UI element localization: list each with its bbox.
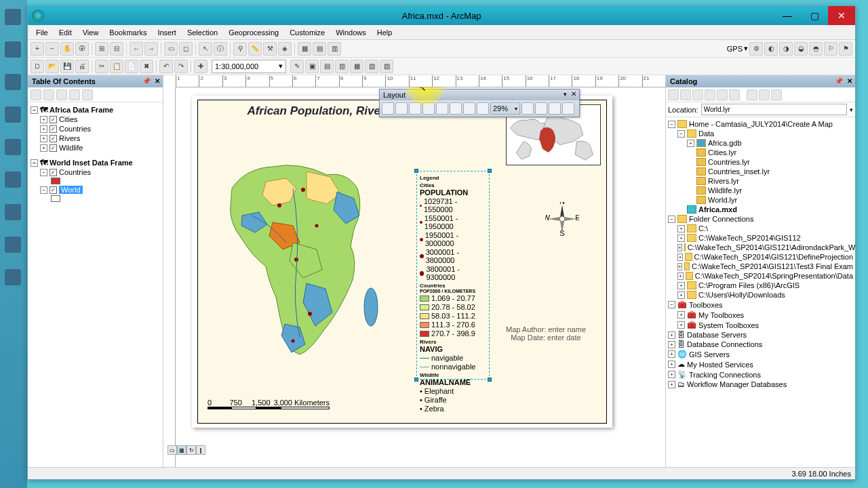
cat-fc[interactable]: +C:\WakeTech_SP2014\GIS121\DefineProject… — [668, 252, 853, 262]
cat-home-icon[interactable] — [705, 89, 715, 100]
gps-tool-icon[interactable]: ⚙ — [749, 42, 763, 56]
layout-100-icon[interactable] — [436, 102, 448, 115]
cat-lyr[interactable]: Countries_inset.lyr — [668, 167, 853, 176]
layout-back-icon[interactable] — [450, 102, 462, 115]
measure-icon[interactable]: 📏 — [248, 42, 262, 56]
data-frame-world-inset[interactable]: −🗺 World Inset Data Frame — [29, 158, 161, 167]
resize-handle-icon[interactable] — [488, 378, 492, 382]
cat-db-servers[interactable]: +🗄Database Servers — [668, 330, 853, 340]
resize-handle-icon[interactable] — [414, 378, 418, 382]
cat-view-icon[interactable] — [729, 89, 740, 100]
fixed-zoom-in-icon[interactable]: ⊞ — [95, 42, 108, 56]
cat-lyr[interactable]: Countries.lyr — [668, 157, 853, 167]
identify-icon[interactable]: ⓘ — [214, 42, 227, 56]
tool-icon[interactable]: ⚒ — [263, 42, 277, 56]
layout-zoom-input[interactable]: 29%▾ — [490, 102, 520, 115]
menu-insert[interactable]: Insert — [152, 26, 182, 39]
cat-lyr[interactable]: Rivers.lyr — [668, 176, 853, 186]
layout-t4-icon[interactable] — [562, 102, 574, 115]
gps-t2-icon[interactable]: ◐ — [764, 42, 778, 56]
tool5-icon[interactable]: ▥ — [328, 42, 341, 56]
layout-pan-icon[interactable] — [409, 102, 421, 115]
toc-list-by-drawing-icon[interactable] — [31, 89, 41, 100]
menu-edit[interactable]: Edit — [54, 26, 77, 39]
menu-help[interactable]: Help — [372, 26, 398, 39]
layout-page[interactable]: African Population, Rivers, and Wildlife — [192, 96, 612, 428]
layout-forward-icon[interactable] — [463, 102, 475, 115]
minimize-button[interactable]: — — [774, 6, 801, 25]
legend-element[interactable]: Legend Cities POPULATION 1029731 - 15500… — [416, 171, 490, 380]
refresh-view-button[interactable]: ↻ — [186, 445, 196, 455]
gps-t4-icon[interactable]: ◒ — [794, 42, 808, 56]
resize-handle-icon[interactable] — [488, 169, 492, 173]
cat-gdb[interactable]: +Africa.gdb — [668, 138, 853, 148]
fixed-zoom-out-icon[interactable]: ⊟ — [110, 42, 123, 56]
north-arrow[interactable]: N S W E — [545, 202, 579, 236]
cat-lyr[interactable]: World.lyr — [668, 195, 853, 205]
cat-fc[interactable]: +C:\ — [668, 224, 853, 233]
forward-icon[interactable]: → — [144, 42, 158, 56]
redo-icon[interactable]: ↷ — [174, 60, 188, 73]
open-icon[interactable]: 📂 — [45, 60, 59, 73]
cat-back-icon[interactable] — [668, 89, 679, 100]
select-icon[interactable]: ▭ — [164, 42, 178, 56]
layout-tb-min-icon[interactable]: ▾ — [564, 91, 567, 98]
pin-icon[interactable]: 📌 — [835, 77, 843, 85]
data-view-button[interactable]: ▭ — [167, 445, 177, 455]
print-icon[interactable]: 🖨 — [75, 60, 89, 73]
cut-icon[interactable]: ✂ — [95, 60, 108, 73]
toc-list-by-source-icon[interactable] — [43, 89, 54, 100]
data-frame-africa[interactable]: −🗺 Africa Data Frame — [29, 105, 161, 115]
menu-windows[interactable]: Windows — [330, 26, 372, 39]
paste-icon[interactable]: 📄 — [125, 60, 138, 73]
menu-view[interactable]: View — [77, 26, 104, 39]
tb-b-icon[interactable]: ▤ — [320, 60, 334, 73]
layout-toolbar[interactable]: Layout ▾ ✕ 29%▾ — [379, 89, 580, 117]
layer-rivers[interactable]: +Rivers — [29, 134, 161, 143]
tool3-icon[interactable]: ▦ — [298, 42, 311, 56]
cat-workflow[interactable]: +🗂Workflow Manager Databases — [668, 380, 853, 389]
menu-customize[interactable]: Customize — [284, 26, 330, 39]
cat-fc[interactable]: +C:\Users\Holly\Downloads — [668, 290, 853, 300]
layout-view-button[interactable]: ▦ — [177, 445, 186, 455]
layer-wildlife[interactable]: +Wildlife — [29, 143, 161, 152]
menu-geoprocessing[interactable]: Geoprocessing — [223, 26, 284, 39]
cat-data[interactable]: −Data — [668, 129, 853, 138]
tool2-icon[interactable]: ◈ — [278, 42, 292, 56]
cat-up-icon[interactable] — [692, 89, 703, 100]
pin-icon[interactable]: 📌 — [142, 77, 151, 85]
cat-db-connections[interactable]: +🗄Database Connections — [668, 340, 853, 349]
cat-my-toolboxes[interactable]: +🧰My Toolboxes — [668, 310, 853, 320]
back-icon[interactable]: ← — [130, 42, 143, 56]
cat-disconnect-icon[interactable] — [759, 89, 770, 100]
cat-options-icon[interactable] — [771, 89, 782, 100]
layout-t2-icon[interactable] — [535, 102, 547, 115]
gps-t7-icon[interactable]: ⚑ — [839, 42, 852, 56]
map-author-text[interactable]: Map Author: enter name Map Date: enter d… — [506, 325, 586, 342]
africa-map[interactable] — [205, 148, 415, 365]
copy-icon[interactable]: 📋 — [110, 60, 123, 73]
cat-system-toolboxes[interactable]: +🧰System Toolboxes — [668, 320, 853, 330]
layer-countries[interactable]: +Countries — [29, 124, 161, 134]
map-scale-input[interactable]: 1:30,000,000▾ — [212, 60, 286, 73]
pan-icon[interactable]: ✋ — [60, 42, 74, 56]
cat-tracking[interactable]: +📡Tracking Connections — [668, 369, 853, 380]
cat-fwd-icon[interactable] — [680, 89, 691, 100]
menu-file[interactable]: File — [31, 26, 54, 39]
layout-whole-page-icon[interactable] — [422, 102, 435, 115]
close-panel-icon[interactable]: ✕ — [847, 77, 852, 85]
layout-t1-icon[interactable] — [521, 102, 534, 115]
gps-t3-icon[interactable]: ◑ — [779, 42, 793, 56]
zoom-in-icon[interactable]: + — [31, 42, 44, 56]
cat-fc[interactable]: +C:\WakeTech_SP2014\SpringPresentation\D… — [668, 271, 853, 281]
menu-bookmarks[interactable]: Bookmarks — [104, 26, 152, 39]
cat-hosted-services[interactable]: +☁My Hosted Services — [668, 359, 853, 369]
cat-toolboxes[interactable]: −🧰Toolboxes — [668, 300, 853, 310]
gps-t6-icon[interactable]: ⚐ — [824, 42, 837, 56]
toc-options-icon[interactable] — [82, 89, 93, 100]
layer-inset-countries[interactable]: −Countries — [29, 167, 161, 177]
save-icon[interactable]: 💾 — [60, 60, 74, 73]
menu-selection[interactable]: Selection — [182, 26, 223, 39]
layout-t3-icon[interactable] — [549, 102, 561, 115]
undo-icon[interactable]: ↶ — [159, 60, 173, 73]
